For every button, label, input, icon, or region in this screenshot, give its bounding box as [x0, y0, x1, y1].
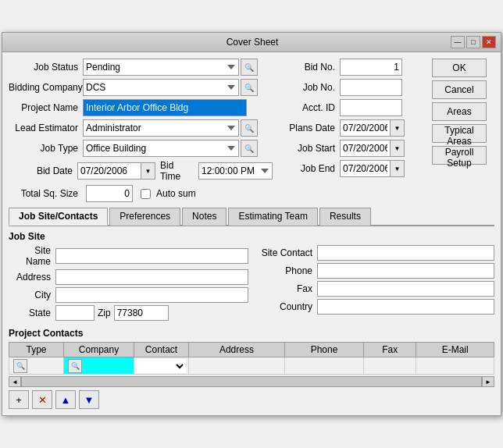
fax-input[interactable]	[317, 281, 494, 297]
tab-preferences[interactable]: Preferences	[109, 208, 180, 226]
col-phone: Phone	[284, 343, 363, 357]
job-end-row: Job End 07/20/2006 ▼	[285, 160, 419, 177]
bidding-company-search-button[interactable]: 🔍	[241, 79, 258, 96]
tab-estimating-team[interactable]: Estimating Team	[228, 208, 317, 226]
city-label: City	[9, 290, 55, 300]
acct-id-label: Acct. ID	[285, 102, 340, 113]
bidding-company-select[interactable]: DCS	[83, 79, 239, 96]
typical-areas-button[interactable]: Typical Areas	[432, 124, 487, 143]
project-name-input[interactable]: Interior Arbor Office Bldg	[83, 99, 247, 116]
zip-input[interactable]: 77380	[114, 305, 169, 321]
job-end-label: Job End	[285, 163, 340, 174]
scroll-right-button[interactable]: ►	[482, 376, 494, 387]
bid-no-input[interactable]: 1	[340, 59, 402, 76]
add-row-button[interactable]: +	[9, 390, 29, 409]
job-site-right: Site Contact Phone Fax Country	[255, 245, 494, 323]
contact-contact-cell	[134, 357, 189, 375]
payroll-setup-button[interactable]: Payroll Setup	[432, 146, 487, 165]
plans-date-label: Plans Date	[285, 123, 340, 133]
tab-results[interactable]: Results	[319, 208, 371, 226]
scroll-left-button[interactable]: ◄	[9, 376, 21, 387]
job-start-label: Job Start	[285, 143, 340, 154]
bid-date-row: Bid Date 07/20/2006 ▼ Bid Time 12:00:00 …	[9, 160, 273, 182]
job-type-search-button[interactable]: 🔍	[241, 140, 258, 157]
job-no-row: Job No.	[285, 79, 419, 96]
phone-row: Phone	[255, 263, 494, 279]
bid-date-wrap: 07/20/2006 ▼	[77, 162, 155, 180]
bid-time-label: Bid Time	[160, 160, 194, 182]
action-buttons-section: OK Cancel Areas Typical Areas Payroll Se…	[432, 59, 494, 207]
plans-date-row: Plans Date 07/20/2006 ▼	[285, 119, 419, 137]
job-status-select[interactable]: Pending	[83, 59, 239, 76]
areas-button[interactable]: Areas	[432, 102, 487, 121]
bid-time-select[interactable]: 12:00:00 PM	[198, 162, 273, 180]
bid-time-wrap: 12:00:00 PM	[198, 162, 273, 180]
move-up-button[interactable]: ▲	[55, 390, 76, 409]
country-label: Country	[255, 301, 317, 312]
tab-notes[interactable]: Notes	[182, 208, 227, 226]
scrollbar-track[interactable]	[21, 376, 482, 387]
job-status-search-button[interactable]: 🔍	[241, 59, 258, 76]
bid-no-label: Bid No.	[285, 62, 340, 73]
project-name-row: Project Name Interior Arbor Office Bldg	[9, 99, 273, 116]
tabs-bar: Job Site/Contacts Preferences Notes Esti…	[9, 207, 494, 226]
col-type: Type	[9, 343, 64, 357]
bid-date-input[interactable]: 07/20/2006	[77, 162, 141, 180]
lead-estimator-select[interactable]: Administrator	[83, 119, 239, 137]
window-title: Cover Sheet	[54, 37, 451, 48]
lead-estimator-search-button[interactable]: 🔍	[241, 119, 258, 137]
col-email: E-Mail	[416, 343, 494, 357]
site-name-label: Site Name	[9, 245, 55, 267]
fax-row: Fax	[255, 281, 494, 297]
form-content: Job Status Pending 🔍 Bidding Company DCS…	[2, 52, 501, 415]
cancel-button[interactable]: Cancel	[432, 80, 487, 99]
company-search-button[interactable]: 🔍	[68, 359, 82, 373]
contact-row: 🔍 🔍	[9, 357, 494, 375]
tab-job-site[interactable]: Job Site/Contacts	[9, 208, 108, 226]
contact-select[interactable]	[137, 359, 186, 373]
address-row: Address	[9, 269, 248, 285]
autosum-label: Auto sum	[156, 188, 196, 199]
plans-date-wrap: 07/20/2006 ▼	[340, 119, 405, 137]
job-no-input[interactable]	[340, 79, 402, 96]
acct-id-input[interactable]	[340, 99, 402, 116]
total-sq-input[interactable]: 0	[86, 185, 133, 202]
job-start-input[interactable]: 07/20/2006	[340, 140, 391, 157]
contacts-section: Project Contacts Type Company Contact Ad…	[9, 328, 494, 409]
job-no-label: Job No.	[285, 82, 340, 93]
title-bar: Cover Sheet — □ ✕	[2, 33, 501, 52]
contact-company-cell[interactable]: 🔍	[64, 357, 134, 375]
autosum-checkbox[interactable]	[141, 189, 151, 199]
contact-address-cell	[189, 357, 285, 375]
col-fax: Fax	[364, 343, 416, 357]
minimize-button[interactable]: —	[451, 36, 465, 48]
job-end-input[interactable]: 07/20/2006	[340, 160, 391, 177]
job-start-wrap: 07/20/2006 ▼	[340, 140, 405, 157]
type-search-button[interactable]: 🔍	[13, 359, 27, 373]
acct-id-row: Acct. ID	[285, 99, 419, 116]
bid-date-picker-button[interactable]: ▼	[141, 162, 155, 180]
plans-date-input[interactable]: 07/20/2006	[340, 119, 391, 137]
job-end-picker-button[interactable]: ▼	[391, 160, 405, 177]
phone-input[interactable]	[317, 263, 494, 279]
move-down-button[interactable]: ▼	[79, 390, 99, 409]
job-type-select[interactable]: Office Building	[83, 140, 239, 157]
address-input[interactable]	[55, 269, 248, 285]
ok-button[interactable]: OK	[432, 59, 487, 77]
col-company: Company	[64, 343, 134, 357]
close-button[interactable]: ✕	[482, 36, 496, 48]
fax-label: Fax	[255, 283, 317, 294]
state-zip-row: State Zip 77380	[9, 305, 248, 321]
maximize-button[interactable]: □	[466, 36, 480, 48]
country-input[interactable]	[317, 299, 494, 315]
delete-row-button[interactable]: ✕	[32, 390, 52, 409]
form-left: Job Status Pending 🔍 Bidding Company DCS…	[9, 59, 273, 207]
contact-email-cell	[416, 357, 494, 375]
site-name-input[interactable]	[55, 248, 248, 264]
state-input[interactable]	[55, 305, 95, 321]
job-start-picker-button[interactable]: ▼	[391, 140, 405, 157]
plans-date-picker-button[interactable]: ▼	[391, 119, 405, 137]
bid-date-label: Bid Date	[9, 165, 77, 176]
site-contact-input[interactable]	[317, 245, 494, 261]
city-input[interactable]	[55, 287, 248, 303]
